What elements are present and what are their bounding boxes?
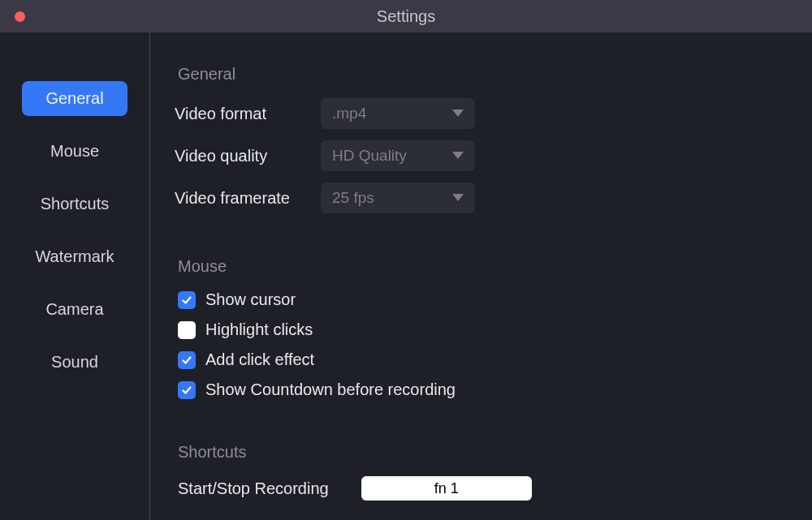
row-video-format: Video format .mp4 xyxy=(175,98,788,129)
row-video-quality: Video quality HD Quality xyxy=(175,140,788,171)
sidebar-item-label: Sound xyxy=(51,353,98,371)
chevron-down-icon xyxy=(452,110,464,118)
select-video-framerate[interactable]: 25 fps xyxy=(321,183,475,213)
close-window-button[interactable] xyxy=(15,11,25,22)
select-video-quality[interactable]: HD Quality xyxy=(321,140,475,171)
section-heading-shortcuts: Shortcuts xyxy=(178,443,788,462)
sidebar-item-label: Mouse xyxy=(50,142,99,160)
label-highlight-clicks: Highlight clicks xyxy=(205,320,313,339)
label-video-quality: Video quality xyxy=(175,147,321,165)
sidebar: General Mouse Shortcuts Watermark Camera… xyxy=(0,32,150,520)
svg-marker-1 xyxy=(452,152,464,159)
chevron-down-icon xyxy=(452,152,464,160)
label-show-cursor: Show cursor xyxy=(205,290,296,309)
select-value: .mp4 xyxy=(332,105,366,122)
row-start-stop-recording: Start/Stop Recording fn 1 xyxy=(175,476,788,501)
sidebar-item-shortcuts[interactable]: Shortcuts xyxy=(22,187,127,221)
sidebar-item-general[interactable]: General xyxy=(22,81,127,116)
select-video-format[interactable]: .mp4 xyxy=(321,98,475,129)
content-pane: General Video format .mp4 Video quality … xyxy=(150,32,812,520)
shortcut-field-start-stop[interactable]: fn 1 xyxy=(361,476,532,501)
row-add-click-effect: Add click effect xyxy=(175,350,788,369)
shortcut-value: fn 1 xyxy=(434,480,459,497)
svg-marker-0 xyxy=(452,110,464,117)
sidebar-item-label: Camera xyxy=(45,300,103,318)
sidebar-item-label: Shortcuts xyxy=(41,195,109,213)
select-value: 25 fps xyxy=(332,189,374,207)
sidebar-item-label: General xyxy=(45,89,103,107)
row-highlight-clicks: Highlight clicks xyxy=(175,320,788,339)
label-start-stop-recording: Start/Stop Recording xyxy=(178,479,329,498)
titlebar: Settings xyxy=(0,0,812,32)
checkbox-highlight-clicks[interactable] xyxy=(178,321,196,339)
checkbox-show-cursor[interactable] xyxy=(178,291,196,309)
row-show-cursor: Show cursor xyxy=(175,290,788,309)
sidebar-item-mouse[interactable]: Mouse xyxy=(22,134,127,169)
sidebar-item-label: Watermark xyxy=(35,247,114,265)
sidebar-item-camera[interactable]: Camera xyxy=(22,292,127,327)
window-title: Settings xyxy=(377,7,435,26)
sidebar-item-sound[interactable]: Sound xyxy=(22,345,127,380)
select-value: HD Quality xyxy=(332,147,407,165)
label-add-click-effect: Add click effect xyxy=(205,350,314,369)
section-heading-mouse: Mouse xyxy=(178,257,788,276)
chevron-down-icon xyxy=(452,194,464,202)
row-show-countdown: Show Countdown before recording xyxy=(175,380,788,399)
svg-marker-2 xyxy=(452,194,464,201)
sidebar-item-watermark[interactable]: Watermark xyxy=(22,239,127,274)
section-heading-general: General xyxy=(178,65,788,84)
row-video-framerate: Video framerate 25 fps xyxy=(175,183,788,213)
label-show-countdown: Show Countdown before recording xyxy=(205,380,456,399)
checkbox-add-click-effect[interactable] xyxy=(178,351,196,369)
label-video-format: Video format xyxy=(175,105,321,123)
checkbox-show-countdown[interactable] xyxy=(178,381,196,399)
window-controls xyxy=(0,11,25,22)
label-video-framerate: Video framerate xyxy=(175,189,321,208)
